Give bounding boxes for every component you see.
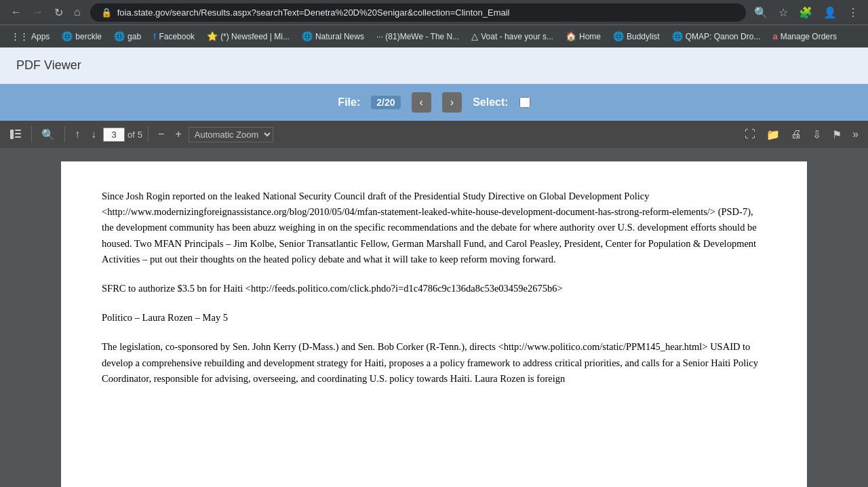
bookmark-apps[interactable]: ⋮⋮ Apps [5, 28, 55, 44]
voat-icon: △ [471, 31, 478, 41]
bookmark-mewe-label: ··· (81)MeWe - The N... [376, 32, 459, 41]
reload-button[interactable]: ↻ [50, 3, 67, 22]
bookmark-qmap-label: QMAP: Qanon Dro... [686, 32, 761, 41]
apps-icon: ⋮⋮ [11, 31, 28, 41]
pdf-paragraph-1: Since Josh Rogin reported on the leaked … [102, 189, 766, 267]
bookmark-berckle[interactable]: 🌐 berckle [56, 28, 107, 44]
file-total: 20 [384, 97, 395, 108]
svg-rect-3 [15, 136, 21, 138]
search-pdf-button[interactable]: 🔍 [37, 125, 59, 144]
facebook-icon: f [153, 31, 156, 41]
file-count: 2/20 [371, 96, 400, 109]
bookmark-voat[interactable]: △ Voat - have your s... [466, 28, 559, 44]
gab-icon: 🌐 [114, 31, 125, 41]
fullscreen-button[interactable]: ⛶ [741, 125, 760, 143]
zoom-out-button[interactable]: − [154, 125, 168, 143]
svg-rect-0 [10, 130, 14, 139]
zoom-select[interactable]: Automatic Zoom 50% 75% 100% 125% 150% [189, 127, 273, 142]
bookmark-buddylist[interactable]: 🌐 Buddylist [608, 28, 665, 44]
bookmark-manageorders[interactable]: a Manage Orders [767, 28, 842, 44]
bookmark-buddylist-label: Buddylist [627, 32, 660, 41]
bookmarks-bar: ⋮⋮ Apps 🌐 berckle 🌐 gab f Facebook ⭐ (*)… [0, 24, 868, 47]
file-current: 2 [376, 97, 382, 108]
home-bookmark-icon: 🏠 [566, 31, 576, 41]
select-checkbox[interactable] [519, 97, 530, 108]
bookmark-gab-label: gab [127, 32, 141, 41]
bookmark-apps-label: Apps [31, 32, 50, 41]
separator-2 [64, 126, 65, 142]
bookmark-naturalnews-label: Natural News [315, 32, 364, 41]
file-nav-bar: File: 2/20 ‹ › Select: [0, 84, 868, 121]
extension-button[interactable]: 🧩 [796, 3, 815, 22]
menu-button[interactable]: ⋮ [845, 3, 861, 22]
more-tools-button[interactable]: » [848, 125, 863, 143]
bookmark-newsfeed-label: (*) Newsfeed | Mi... [220, 32, 290, 41]
download-button[interactable]: ⇩ [808, 125, 825, 144]
pdf-document[interactable]: Since Josh Rogin reported on the leaked … [0, 148, 868, 487]
separator-1 [31, 126, 32, 142]
naturalnews-icon: 🌐 [302, 31, 313, 41]
open-file-button[interactable]: 📁 [762, 125, 784, 144]
bookmark-mewe[interactable]: ··· (81)MeWe - The N... [371, 29, 465, 44]
bookmark-home[interactable]: 🏠 Home [560, 28, 606, 44]
forward-button[interactable]: → [28, 3, 47, 21]
lock-icon: 🔒 [101, 7, 112, 18]
newsfeed-icon: ⭐ [207, 31, 218, 41]
back-button[interactable]: ← [7, 3, 26, 21]
qmap-icon: 🌐 [672, 31, 683, 41]
manageorders-icon: a [772, 31, 777, 41]
pdf-page: Since Josh Rogin reported on the leaked … [61, 161, 807, 487]
page-total: 5 [138, 130, 142, 140]
profile-button[interactable]: 👤 [821, 3, 840, 22]
separator-3 [148, 126, 149, 142]
bookmark-manageorders-label: Manage Orders [781, 32, 837, 41]
pdf-paragraph-2: SFRC to authorize $3.5 bn for Haiti <htt… [102, 281, 766, 296]
bookmark-button[interactable]: ☆ [776, 3, 791, 22]
home-button[interactable]: ⌂ [70, 3, 85, 21]
page-input-group: of 5 [103, 128, 142, 142]
prev-page-button[interactable]: ↑ [71, 125, 84, 143]
page-number-input[interactable] [103, 128, 125, 142]
zoom-in-button[interactable]: + [171, 125, 185, 143]
buddylist-icon: 🌐 [613, 31, 624, 41]
svg-rect-1 [15, 130, 21, 131]
pdf-viewer-header: PDF Viewer [0, 47, 868, 84]
pdf-paragraph-3: Politico – Laura Rozen – May 5 [102, 310, 766, 326]
bookmark-newsfeed[interactable]: ⭐ (*) Newsfeed | Mi... [201, 28, 295, 44]
print-button[interactable]: 🖨 [787, 125, 806, 143]
file-prev-button[interactable]: ‹ [412, 92, 431, 113]
pdf-paragraph-4: The legislation, co-sponsored by Sen. Jo… [102, 339, 766, 387]
pdf-toolbar: 🔍 ↑ ↓ of 5 − + Automatic Zoom 50% 75% 10… [0, 121, 868, 148]
bookmark-naturalnews[interactable]: 🌐 Natural News [296, 28, 370, 44]
next-page-button[interactable]: ↓ [87, 125, 100, 143]
bookmark-berckle-label: berckle [75, 32, 102, 41]
url-text: foia.state.gov/search/Results.aspx?searc… [117, 7, 735, 18]
page-title: PDF Viewer [16, 58, 852, 73]
address-bar[interactable]: 🔒 foia.state.gov/search/Results.aspx?sea… [90, 3, 746, 22]
berckle-icon: 🌐 [62, 31, 73, 41]
file-label: File: [338, 96, 360, 109]
search-button[interactable]: 🔍 [751, 3, 770, 22]
svg-rect-2 [15, 133, 21, 134]
bookmark-voat-label: Voat - have your s... [481, 32, 553, 41]
page-of-label: of [127, 130, 135, 140]
file-next-button[interactable]: › [442, 92, 462, 113]
select-label: Select: [473, 96, 508, 109]
bookmark-home-label: Home [579, 32, 601, 41]
bookmark-gab[interactable]: 🌐 gab [108, 28, 146, 44]
bookmark-facebook-label: Facebook [159, 32, 195, 41]
bookmark-pdf-button[interactable]: ⚑ [828, 125, 846, 144]
bookmark-qmap[interactable]: 🌐 QMAP: Qanon Dro... [667, 28, 766, 44]
sidebar-toggle-button[interactable] [5, 125, 26, 143]
bookmark-facebook[interactable]: f Facebook [148, 28, 200, 44]
